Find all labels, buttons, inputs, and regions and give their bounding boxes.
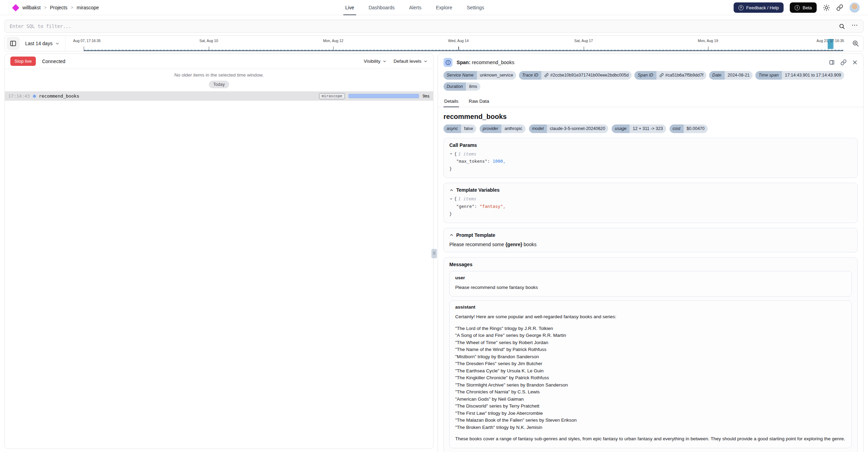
badge-label: Duration <box>443 82 466 91</box>
feedback-help-button[interactable]: ? Feedback / Help <box>734 2 784 13</box>
share-link-icon[interactable] <box>836 4 843 11</box>
time-range-dropdown[interactable]: Last 14 days <box>20 41 65 46</box>
badge-value: $0.00470 <box>687 127 705 131</box>
json-items-count: 1 items <box>458 150 477 158</box>
beta-label: Beta <box>803 5 812 10</box>
beta-button[interactable]: i Beta <box>790 2 817 13</box>
prompt-variable: {genre} <box>506 242 522 247</box>
span-detail-tabs: Details Raw Data <box>438 96 863 107</box>
info-icon: i <box>795 5 800 10</box>
row-timestamp: 17:14:43 <box>8 93 30 99</box>
top-navigation: willbakst > Projects > mirascope Live Da… <box>0 0 868 15</box>
visibility-label: Visibility <box>364 59 380 64</box>
timeline-tick <box>333 47 334 50</box>
message-role: assistant <box>455 304 846 310</box>
assistant-book-line: "The Name of the Wind" by Patrick Rothfu… <box>455 346 846 353</box>
collapse-caret-icon[interactable] <box>449 152 453 155</box>
more-options-icon[interactable]: ⋯ <box>851 25 858 27</box>
template-variables-header[interactable]: Template Variables <box>449 187 852 193</box>
json-close-brace: } <box>449 210 852 218</box>
badge-label: Service Name <box>443 71 477 80</box>
tab-explore[interactable]: Explore <box>435 0 453 15</box>
json-open-brace: { <box>454 150 457 158</box>
timeline-track[interactable]: Aug 07, 17:16:35 Sat, Aug 10 Mon, Aug 12… <box>65 36 848 51</box>
messages-title: Messages <box>449 262 852 267</box>
usage-badge: usage 12 + 311 -> 323 <box>612 124 666 133</box>
badge-value: 2024-08-21 <box>728 73 750 78</box>
assistant-book-line: "Mistborn" trilogy by Brandon Sanderson <box>455 353 846 361</box>
span-list-row[interactable]: 17:14:43 recommend_books mirascope 9ms <box>5 91 433 101</box>
span-meta-badges: Service Name unknown_service Trace ID #2… <box>438 70 863 95</box>
badge-value: 8ms <box>469 84 477 89</box>
prompt-template-title: Prompt Template <box>456 232 495 238</box>
panel-resize-handle[interactable]: ⠿ <box>431 249 437 258</box>
badge-value: unknown_service <box>480 73 513 78</box>
chevron-down-icon <box>382 59 387 63</box>
timeline-tick <box>708 47 709 50</box>
tab-raw-data[interactable]: Raw Data <box>468 96 490 107</box>
breadcrumb-project-name[interactable]: mirascope <box>77 5 99 10</box>
stop-live-button[interactable]: Stop live <box>10 57 36 66</box>
tab-dashboards[interactable]: Dashboards <box>368 0 396 15</box>
chevron-down-icon <box>423 59 428 63</box>
badge-label: model <box>529 124 547 133</box>
visibility-dropdown[interactable]: Visibility <box>364 59 387 64</box>
prompt-template-header[interactable]: Prompt Template <box>449 232 852 238</box>
span-name-heading: recommend_books <box>443 113 858 121</box>
timeline-base-line <box>84 50 844 51</box>
chevron-up-icon <box>449 233 454 237</box>
user-avatar[interactable] <box>849 2 860 13</box>
badge-value: claude-3-5-sonnet-20240620 <box>550 127 605 131</box>
badge-value: #ca51b6a7f5b9dd7f <box>665 73 704 78</box>
badge-value: anthropic <box>504 127 522 131</box>
span-attribute-badges: async false provider anthropic model cla… <box>443 124 858 133</box>
assistant-book-line: "The Lord of the Rings" trilogy by J.R.R… <box>455 325 846 332</box>
help-icon: ? <box>738 5 744 10</box>
default-levels-label: Default levels <box>394 59 421 64</box>
badge-label: async <box>443 124 461 133</box>
badge-label: Trace ID <box>519 71 541 80</box>
badge-value: 12 + 311 -> 323 <box>633 127 663 131</box>
assistant-book-line: "The Malazan Book of the Fallen" series … <box>455 417 846 424</box>
assistant-book-line: "The Dresden Files" series by Jim Butche… <box>455 360 846 368</box>
link-icon[interactable] <box>660 73 664 77</box>
tab-alerts[interactable]: Alerts <box>408 0 422 15</box>
zoom-in-button[interactable] <box>848 36 863 51</box>
assistant-book-list: "The Lord of the Rings" trilogy by J.R.R… <box>455 325 846 431</box>
json-open-brace: { <box>454 195 457 203</box>
tab-settings[interactable]: Settings <box>466 0 485 15</box>
breadcrumb-projects[interactable]: Projects <box>50 5 68 10</box>
badge-label: Time span <box>755 71 782 80</box>
link-icon[interactable] <box>544 73 549 77</box>
brand-logo-icon[interactable] <box>12 4 19 11</box>
close-icon[interactable] <box>852 60 858 65</box>
trace-id-badge: Trace ID #2ccbe10b91e371741b00eee2bdbc00… <box>519 71 632 80</box>
assistant-book-line: "The Chronicles of Narnia" by C.S. Lewis <box>455 389 846 396</box>
sidebar-toggle-button[interactable] <box>7 37 20 50</box>
sql-filter-input[interactable] <box>10 23 839 29</box>
default-levels-dropdown[interactable]: Default levels <box>394 59 428 64</box>
assistant-book-line: "American Gods" by Neil Gaiman <box>455 396 846 403</box>
json-key: "genre": <box>456 204 477 209</box>
assistant-book-line: "The Wheel of Time" series by Robert Jor… <box>455 339 846 346</box>
tab-details[interactable]: Details <box>443 96 459 107</box>
json-key: "max_tokens": <box>456 159 490 164</box>
assistant-book-line: "A Song of Ice and Fire" series by Georg… <box>455 332 846 339</box>
theme-toggle-icon[interactable] <box>823 4 830 11</box>
prompt-template-card: Prompt Template Please recommend some {g… <box>443 228 858 252</box>
row-span-name: recommend_books <box>39 93 79 99</box>
copy-link-icon[interactable] <box>840 59 847 66</box>
span-detail-panel: Span: recommend_books <box>438 53 864 452</box>
duration-badge: Duration 8ms <box>443 82 480 91</box>
cost-badge: cost $0.00470 <box>670 124 708 133</box>
tab-live[interactable]: Live <box>345 0 355 15</box>
json-items-count: 1 items <box>458 195 477 203</box>
template-variables-card: Template Variables { 1 items "genre": "f… <box>443 183 858 223</box>
collapse-caret-icon[interactable] <box>449 197 453 201</box>
date-badge: Date 2024-08-21 <box>709 71 753 80</box>
breadcrumb-org[interactable]: willbakst <box>22 5 41 10</box>
open-drawer-icon[interactable] <box>829 59 835 66</box>
span-title-label: Span: <box>457 60 470 65</box>
breadcrumb-separator: > <box>44 5 47 10</box>
search-icon[interactable] <box>839 23 845 30</box>
